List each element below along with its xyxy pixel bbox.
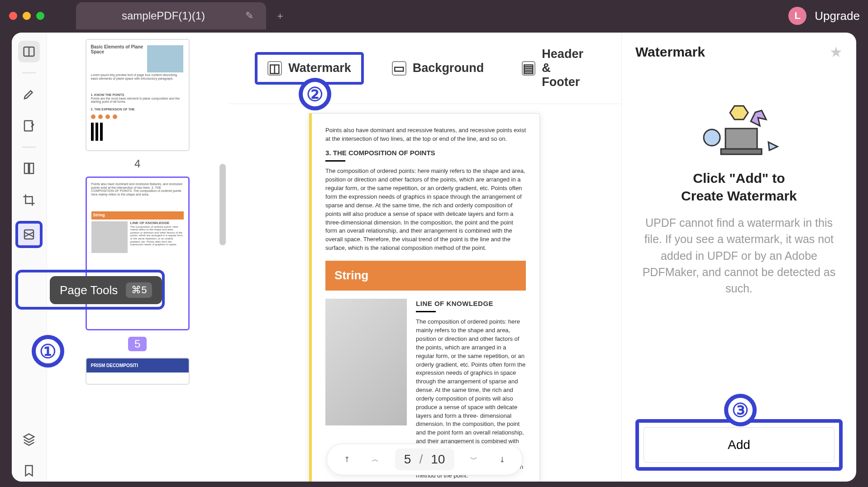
prev-page-button[interactable]: ︿ <box>367 451 383 468</box>
doc-intro: Points also have dominant and recessive … <box>325 126 526 143</box>
tab-watermark-label: Watermark <box>288 61 351 75</box>
tab-background[interactable]: ▭ Background <box>382 55 494 82</box>
thumb-image-placeholder <box>147 45 183 72</box>
bookmark-button[interactable] <box>18 460 40 482</box>
traffic-lights <box>9 12 44 20</box>
page-slash: / <box>419 452 423 467</box>
left-toolbar <box>12 33 47 482</box>
tooltip-shortcut: ⌘5 <box>126 282 152 298</box>
center-area: ◫ Watermark ▭ Background ▤ Header & Foot… <box>228 33 621 482</box>
edit-tab-icon[interactable]: ✎ <box>245 10 253 22</box>
thumbnail-number-4: 4 <box>134 158 140 170</box>
page-indicator: 5 / 10 <box>395 449 454 470</box>
current-page-input[interactable]: 5 <box>404 452 411 467</box>
document-tab[interactable]: samplePDF(1)(1) ✎ <box>76 2 266 29</box>
add-button-highlight: Add <box>635 419 843 471</box>
doc-subhead: LINE OF KNOWLEDGE <box>416 299 526 309</box>
page-navigation-bar: ⤒ ︿ 5 / 10 ﹀ ⤓ <box>327 444 523 475</box>
add-watermark-button[interactable]: Add <box>644 427 835 463</box>
watermark-icon: ◫ <box>267 61 282 76</box>
svg-rect-6 <box>721 149 762 154</box>
upgrade-button[interactable]: Upgrade <box>815 9 860 23</box>
svg-rect-3 <box>30 163 34 174</box>
titlebar: samplePDF(1)(1) ✎ ＋ L Upgrade <box>0 0 868 32</box>
edit-text-button[interactable] <box>18 115 40 137</box>
new-tab-button[interactable]: ＋ <box>275 9 285 23</box>
annotation-step-3: ③ <box>724 394 757 426</box>
document-page: Points also have dominant and recessive … <box>309 113 540 482</box>
minimize-window-button[interactable] <box>23 12 31 20</box>
tooltip-text: Page Tools <box>60 283 118 297</box>
thumb-blue-title: PRISM DECOMPOSITI <box>86 358 189 372</box>
organize-pages-button[interactable] <box>18 158 40 179</box>
thumbnail-number-5: 5 <box>128 337 147 351</box>
subhead-underline <box>416 311 436 312</box>
reader-mode-button[interactable] <box>18 41 40 62</box>
svg-rect-1 <box>24 121 33 131</box>
cta-title: Click "Add" to Create Watermark <box>635 169 843 205</box>
thumb-arch-image <box>91 221 128 253</box>
svg-rect-5 <box>725 129 757 151</box>
page-tools-tooltip: Page Tools ⌘5 <box>50 276 162 304</box>
close-window-button[interactable] <box>9 12 17 20</box>
background-icon: ▭ <box>392 61 406 76</box>
rail-divider <box>22 147 36 148</box>
panel-title: Watermark <box>635 44 705 60</box>
tab-title: samplePDF(1)(1) <box>89 10 238 22</box>
favorite-star-icon[interactable]: ★ <box>830 43 843 61</box>
thumbnail-page-4[interactable]: Basic Elements of Plane Space Lorem ipsu… <box>86 39 190 151</box>
tab-header-footer-label: Header & Footer <box>542 47 584 89</box>
annotation-step-2: ② <box>299 78 331 110</box>
page-tools-tabs: ◫ Watermark ▭ Background ▤ Header & Foot… <box>228 33 621 104</box>
header-footer-icon: ▤ <box>522 61 535 76</box>
tab-header-footer[interactable]: ▤ Header & Footer <box>512 41 594 95</box>
svg-rect-2 <box>24 163 29 174</box>
last-page-button[interactable]: ⤓ <box>494 451 510 468</box>
doc-architecture-image <box>325 299 407 425</box>
crop-button[interactable] <box>18 189 40 211</box>
tab-background-label: Background <box>413 61 484 75</box>
doc-para-1: The composition of ordered points: here … <box>325 167 526 252</box>
thumbnail-scrollbar[interactable] <box>219 164 226 245</box>
cta-description: UPDF cannot find a watermark in this fil… <box>635 215 843 296</box>
first-page-button[interactable]: ⤒ <box>339 451 355 468</box>
doc-heading-3: 3. THE COMPOSITION OF POINTS <box>325 148 526 158</box>
highlighter-button[interactable] <box>18 83 40 105</box>
thumbnail-page-6[interactable]: PRISM DECOMPOSITI <box>86 358 190 385</box>
page-tools-button[interactable] <box>15 221 43 248</box>
maximize-window-button[interactable] <box>36 12 44 20</box>
thumbnail-panel[interactable]: Basic Elements of Plane Space Lorem ipsu… <box>47 33 228 482</box>
total-pages: 10 <box>431 452 445 467</box>
document-viewport[interactable]: Points also have dominant and recessive … <box>228 104 621 482</box>
layers-button[interactable] <box>18 428 40 450</box>
annotation-step-1: ① <box>32 335 64 368</box>
rail-divider <box>22 72 36 73</box>
heading-underline <box>325 160 345 162</box>
next-page-button[interactable]: ﹀ <box>466 451 482 468</box>
doc-orange-title: String <box>325 261 526 291</box>
watermark-illustration <box>694 97 784 160</box>
svg-point-7 <box>704 129 720 146</box>
thumb-orange-band: String <box>91 211 184 220</box>
user-avatar[interactable]: L <box>788 7 806 25</box>
